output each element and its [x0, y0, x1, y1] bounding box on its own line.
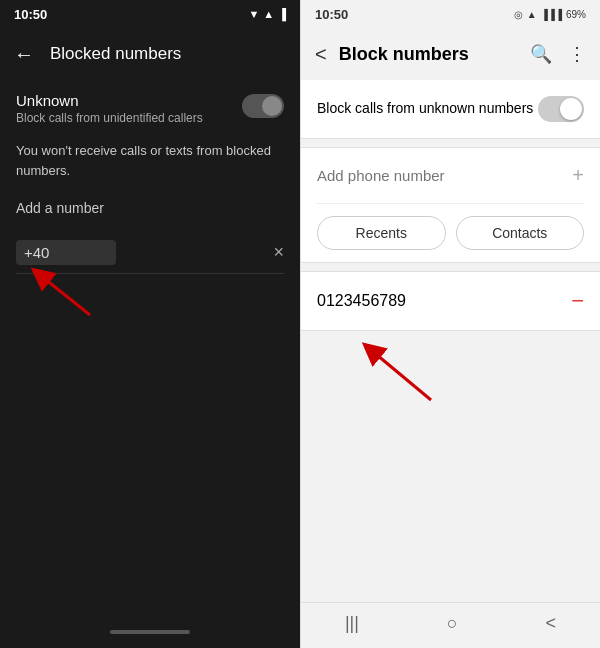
left-content: Unknown Block calls from unidentified ca… — [0, 80, 300, 620]
home-indicator-left — [110, 630, 190, 634]
location-icon: ◎ — [514, 9, 523, 20]
left-bottom-bar — [0, 620, 300, 648]
red-arrow-left — [30, 265, 110, 325]
add-number-label: Add a number — [16, 200, 284, 216]
phone-number-field[interactable]: +40 — [16, 240, 116, 265]
blocked-number-row: 0123456789 − — [301, 271, 600, 331]
left-time: 10:50 — [14, 7, 47, 22]
right-status-icons: ◎ ▲ ▐▐▐ 69% — [514, 9, 586, 20]
search-icon[interactable]: 🔍 — [530, 43, 552, 65]
right-header-icons: 🔍 ⋮ — [530, 43, 586, 65]
unknown-toggle[interactable] — [242, 94, 284, 118]
wifi-icon-right: ▲ — [527, 9, 537, 20]
add-phone-plus-icon[interactable]: + — [572, 164, 584, 187]
right-header-left: < Block numbers — [315, 43, 469, 66]
left-page-title: Blocked numbers — [50, 44, 181, 64]
right-status-bar: 10:50 ◎ ▲ ▐▐▐ 69% — [301, 0, 600, 28]
battery-right: 69% — [566, 9, 586, 20]
remove-number-button[interactable]: × — [273, 242, 284, 263]
block-unknown-row: Block calls from unknown numbers — [301, 80, 600, 139]
right-panel: 10:50 ◎ ▲ ▐▐▐ 69% < Block numbers 🔍 ⋮ Bl… — [300, 0, 600, 648]
nav-home-icon[interactable]: ○ — [447, 613, 458, 634]
block-unknown-toggle[interactable] — [538, 96, 584, 122]
left-panel: 10:50 ▼ ▲ ▐ ← Blocked numbers Unknown Bl… — [0, 0, 300, 648]
nav-menu-icon[interactable]: ||| — [345, 613, 359, 634]
unknown-text-block: Unknown Block calls from unidentified ca… — [16, 92, 203, 125]
battery-icon: ▐ — [278, 8, 286, 20]
add-phone-input[interactable] — [317, 167, 572, 184]
right-nav-bar: ||| ○ < — [301, 602, 600, 648]
right-content: Block calls from unknown numbers + Recen… — [301, 80, 600, 602]
right-page-title: Block numbers — [339, 44, 469, 65]
back-button-left[interactable]: ← — [14, 43, 34, 66]
unknown-title: Unknown — [16, 92, 203, 109]
more-options-icon[interactable]: ⋮ — [568, 43, 586, 65]
blocked-number-text: 0123456789 — [317, 292, 406, 310]
add-phone-row: + — [317, 148, 584, 204]
svg-line-1 — [40, 275, 90, 315]
right-header: < Block numbers 🔍 ⋮ — [301, 28, 600, 80]
back-button-right[interactable]: < — [315, 43, 327, 66]
left-status-icons: ▼ ▲ ▐ — [248, 8, 286, 20]
quick-buttons: Recents Contacts — [317, 204, 584, 262]
unknown-row: Unknown Block calls from unidentified ca… — [16, 92, 284, 125]
svg-line-3 — [371, 350, 431, 400]
left-header: ← Blocked numbers — [0, 28, 300, 80]
signal-icon: ▼ — [248, 8, 259, 20]
add-phone-section: + Recents Contacts — [301, 147, 600, 263]
recents-button[interactable]: Recents — [317, 216, 446, 250]
unknown-subtitle: Block calls from unidentified callers — [16, 111, 203, 125]
signal-icon-right: ▐▐▐ — [541, 9, 562, 20]
remove-blocked-number-button[interactable]: − — [571, 288, 584, 314]
right-time: 10:50 — [315, 7, 348, 22]
left-status-bar: 10:50 ▼ ▲ ▐ — [0, 0, 300, 28]
contacts-button[interactable]: Contacts — [456, 216, 585, 250]
nav-back-icon[interactable]: < — [546, 613, 557, 634]
wifi-icon: ▲ — [263, 8, 274, 20]
info-text: You won't receive calls or texts from bl… — [16, 141, 284, 180]
red-arrow-right — [361, 340, 451, 410]
block-unknown-text: Block calls from unknown numbers — [317, 99, 533, 119]
